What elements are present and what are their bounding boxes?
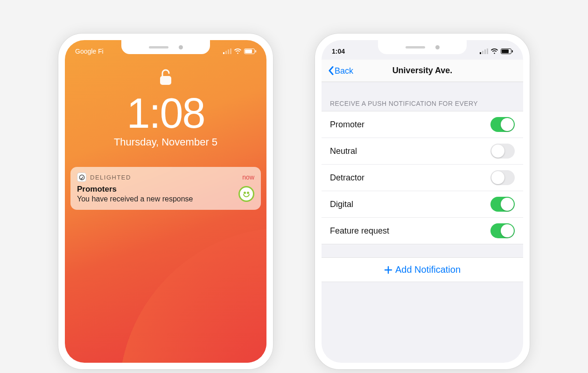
toggle-label: Promoter (330, 120, 364, 130)
svg-rect-2 (228, 49, 229, 54)
add-notification-button[interactable]: Add Notification (322, 257, 523, 282)
toggle-knob (501, 118, 514, 131)
toggle-switch[interactable] (490, 170, 515, 185)
battery-icon (244, 48, 256, 54)
toggle-label: Neutral (330, 146, 357, 156)
page-title: University Ave. (392, 66, 453, 76)
toggle-knob (501, 224, 514, 237)
toggle-row: Neutral (322, 138, 523, 165)
chevron-left-icon (328, 66, 334, 76)
phone-settings: 1:04 Back University Ave. RECEIVE A PUSH… (315, 34, 530, 369)
notification-card[interactable]: DELIGHTED now Promoters You have receive… (70, 167, 261, 210)
wifi-icon (490, 48, 498, 54)
svg-rect-1 (225, 51, 227, 54)
toggle-switch[interactable] (490, 144, 515, 159)
lock-open-icon (159, 69, 172, 88)
svg-rect-3 (230, 48, 231, 54)
section-header: RECEIVE A PUSH NOTIFICATION FOR EVERY (322, 82, 523, 111)
notification-when: now (242, 173, 254, 181)
toggle-row: Feature request (322, 218, 523, 244)
app-icon (77, 173, 86, 182)
svg-rect-7 (160, 76, 171, 85)
svg-rect-14 (502, 49, 509, 53)
toggle-knob (491, 171, 504, 184)
status-icons (223, 48, 256, 54)
toggle-label: Digital (330, 200, 353, 209)
add-notification-label: Add Notification (395, 264, 461, 275)
svg-rect-5 (245, 49, 252, 53)
smiley-icon (238, 186, 254, 202)
toggle-switch[interactable] (490, 197, 515, 212)
phone-lockscreen: Google Fi 1:08 Thursday, November 5 DELI… (58, 34, 273, 369)
toggle-row: Digital (322, 191, 523, 218)
plus-icon (384, 266, 392, 274)
svg-rect-0 (223, 52, 224, 54)
notification-title: Promoters (77, 185, 193, 194)
svg-rect-15 (512, 50, 513, 53)
cellular-icon (480, 48, 488, 54)
lock-date: Thursday, November 5 (114, 136, 217, 148)
notification-app-name: DELIGHTED (90, 174, 238, 181)
lock-time: 1:08 (126, 92, 204, 134)
toggle-knob (491, 145, 504, 158)
back-button[interactable]: Back (328, 66, 353, 76)
toggle-row: Detractor (322, 165, 523, 191)
svg-rect-10 (482, 51, 483, 54)
svg-rect-9 (480, 52, 481, 54)
toggle-label: Feature request (330, 226, 389, 236)
status-bar: Google Fi (65, 46, 266, 57)
svg-rect-6 (255, 50, 256, 53)
carrier-label: Google Fi (75, 48, 104, 55)
cellular-icon (223, 48, 231, 54)
toggle-label: Detractor (330, 173, 364, 183)
status-icons (480, 48, 513, 54)
notification-toggle-list: PromoterNeutralDetractorDigitalFeature r… (322, 111, 523, 244)
lock-content: 1:08 Thursday, November 5 (65, 69, 266, 148)
status-time: 1:04 (332, 48, 345, 55)
back-label: Back (335, 66, 353, 76)
nav-bar: Back University Ave. (322, 60, 523, 82)
status-bar: 1:04 (322, 46, 523, 57)
toggle-row: Promoter (322, 111, 523, 138)
svg-rect-12 (487, 48, 488, 54)
wifi-icon (234, 48, 242, 54)
toggle-switch[interactable] (490, 117, 515, 132)
notification-message: You have received a new response (77, 195, 193, 203)
toggle-knob (501, 198, 514, 211)
battery-icon (501, 48, 513, 54)
toggle-switch[interactable] (490, 223, 515, 238)
settings-content: RECEIVE A PUSH NOTIFICATION FOR EVERY Pr… (322, 82, 523, 363)
svg-rect-11 (484, 49, 486, 54)
